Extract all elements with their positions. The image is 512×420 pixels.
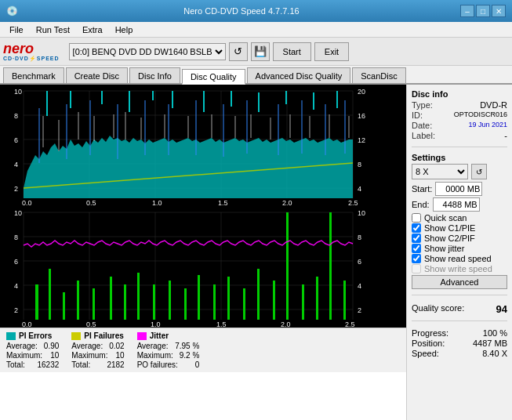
menu-help[interactable]: Help [109,24,140,36]
pi-failures-max-value: 10 [116,351,125,360]
tab-create-disc[interactable]: Create Disc [66,67,128,83]
svg-rect-96 [77,281,79,320]
jitter-max: Maximum: 9.2 % [137,351,200,360]
svg-text:12: 12 [358,136,365,144]
svg-text:2: 2 [358,306,361,314]
pi-failures-total: Total: 2182 [71,360,124,369]
quick-scan-label: Quick scan [424,213,467,223]
speed-value: 8.40 X [482,349,507,358]
svg-rect-103 [184,288,187,320]
show-c1pie-row: Show C1/PIE [412,223,507,233]
divider-3 [412,320,507,321]
show-jitter-row: Show jitter [412,244,507,253]
show-write-speed-checkbox [412,264,421,273]
svg-rect-111 [302,284,304,320]
pi-errors-avg-value: 0.90 [44,342,59,350]
progress-section: Progress: 100 % Position: 4487 MB Speed:… [412,328,507,359]
svg-text:6: 6 [14,136,18,144]
svg-text:10: 10 [14,209,22,217]
save-button[interactable]: 💾 [251,42,270,61]
svg-text:0.0: 0.0 [22,320,32,328]
svg-text:1.0: 1.0 [152,199,162,206]
svg-rect-104 [198,275,200,320]
pi-failures-max: Maximum: 10 [71,351,124,360]
title-bar-icon: 💿 [6,5,18,16]
disc-label-label: Label: [412,131,435,140]
svg-rect-109 [273,281,275,320]
end-input[interactable] [433,197,480,212]
disc-info-title: Disc info [412,89,507,99]
title-bar-title: Nero CD-DVD Speed 4.7.7.16 [183,6,299,16]
jitter-po-label: PO failures: [137,360,178,369]
menu-file[interactable]: File [3,24,30,36]
show-c2pif-checkbox[interactable] [412,234,421,243]
speed-select[interactable]: 8 X 4 X 16 X Max [412,164,468,179]
svg-text:6: 6 [358,258,361,266]
tab-scandisc[interactable]: ScanDisc [352,67,405,83]
pi-failures-label: PI Failures [84,331,124,340]
menu-extra[interactable]: Extra [76,24,109,36]
tab-advanced-disc-quality[interactable]: Advanced Disc Quality [247,67,351,83]
bottom-chart-svg: 10 8 6 4 2 10 8 6 4 2 [0,206,406,328]
disc-id-row: ID: OPTODISCR016 [412,110,507,120]
tab-disc-quality[interactable]: Disc Quality [182,69,245,85]
start-input[interactable] [435,182,482,196]
speed-refresh-button[interactable]: ↺ [471,164,487,179]
show-jitter-checkbox[interactable] [412,244,421,253]
quality-score-row: Quality score: 94 [412,303,507,315]
title-bar: 💿 Nero CD-DVD Speed 4.7.7.16 – □ ✕ [0,0,512,22]
tab-benchmark[interactable]: Benchmark [3,67,64,83]
disc-id-label: ID: [412,110,423,120]
disc-label-value: - [504,131,507,140]
maximize-button[interactable]: □ [476,5,490,17]
show-c1pie-checkbox[interactable] [412,223,421,233]
pi-errors-label: PI Errors [19,331,52,340]
show-jitter-label: Show jitter [424,244,464,253]
pi-failures-stats: Average: 0.02 Maximum: 10 Total: 2182 [71,342,124,369]
close-button[interactable]: ✕ [492,5,506,17]
quick-scan-checkbox[interactable] [412,213,421,223]
exit-button[interactable]: Exit [314,42,349,61]
start-button[interactable]: Start [273,42,311,61]
pi-failures-avg-label: Average: [71,342,103,350]
svg-text:4: 4 [14,282,18,290]
show-c2pif-label: Show C2/PIF [424,234,475,243]
pi-failures-avg-value: 0.02 [109,342,124,350]
jitter-label: Jitter [150,331,169,340]
position-row: Position: 4487 MB [412,339,507,348]
speed-select-row: 8 X 4 X 16 X Max ↺ [412,164,507,179]
progress-label: Progress: [412,328,448,338]
legend-pi-failures-header: PI Failures [71,331,124,340]
disc-date-value: 19 Jun 2021 [468,121,507,130]
svg-text:1.5: 1.5 [218,199,228,206]
jitter-color [137,332,147,340]
svg-rect-107 [243,288,245,320]
drive-select[interactable]: [0:0] BENQ DVD DD DW1640 BSLB [69,43,226,60]
advanced-button[interactable]: Advanced [412,275,507,289]
pi-failures-total-value: 2182 [107,360,124,369]
menu-run-test[interactable]: Run Test [30,24,76,36]
position-value: 4487 MB [473,339,507,348]
end-mb-row: End: [412,197,507,212]
refresh-drive-button[interactable]: ↺ [229,42,248,61]
quality-score-value: 94 [496,303,507,315]
show-write-speed-row: Show write speed [412,264,507,273]
nero-logo: nero CD·DVD⚡SPEED [3,42,60,62]
show-read-speed-checkbox[interactable] [412,254,421,263]
settings-title: Settings [412,153,507,162]
svg-rect-114 [343,281,346,320]
svg-rect-106 [227,277,230,320]
minimize-button[interactable]: – [460,5,474,17]
disc-id-value: OPTODISCR016 [454,110,507,120]
svg-rect-112 [316,277,318,320]
jitter-max-label: Maximum: [137,351,173,360]
disc-type-row: Type: DVD-R [412,100,507,110]
legend-pi-failures: PI Failures Average: 0.02 Maximum: 10 To… [71,331,124,369]
end-label: End: [412,200,430,209]
disc-info-section: Disc info Type: DVD-R ID: OPTODISCR016 D… [412,89,507,141]
tab-disc-info[interactable]: Disc Info [129,67,180,83]
jitter-avg: Average: 7.95 % [137,342,200,350]
show-c1pie-label: Show C1/PIE [424,223,475,233]
show-read-speed-label: Show read speed [424,254,492,263]
jitter-po-failures: PO failures: 0 [137,360,200,369]
